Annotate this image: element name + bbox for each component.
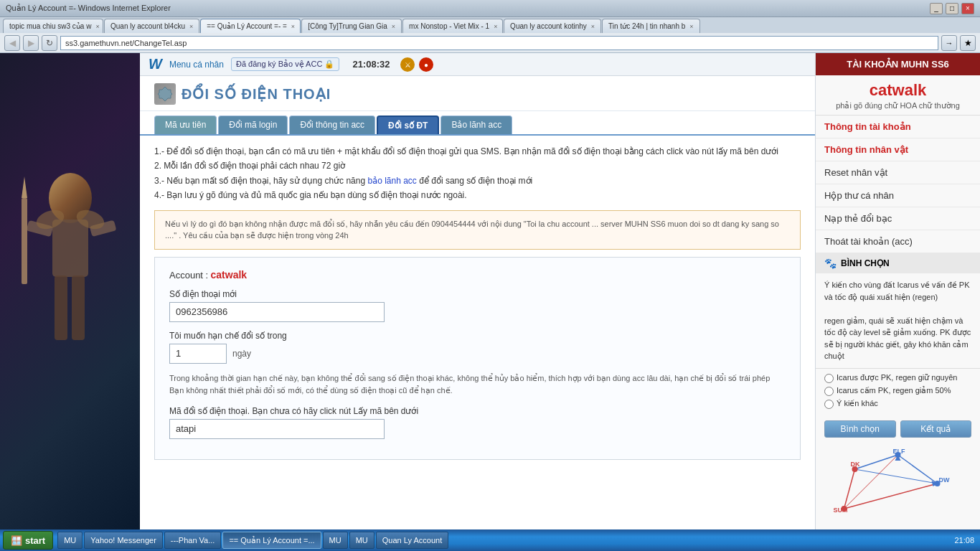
header-icons: ⚔ ●	[400, 57, 434, 72]
taskbar-item-3[interactable]: ---Phan Va...	[164, 532, 222, 549]
instruction-line-3-post: để đổi sang số điện thoại mới	[417, 176, 532, 186]
close-button[interactable]: ×	[961, 3, 974, 14]
tab-ma-uu-tien[interactable]: Mã ưu tiên	[154, 116, 217, 134]
binh-chon-header: 🐾 BÌNH CHỌN	[816, 253, 980, 273]
notice-box: Nếu vì lý do gì đó bạn không nhận được m…	[154, 210, 801, 250]
ma-doi-input[interactable]	[169, 419, 385, 439]
tab-bao-lanh-acc[interactable]: Bảo lãnh acc	[440, 116, 512, 134]
taskbar-item-1[interactable]: MU	[57, 532, 83, 549]
character-svg	[13, 141, 128, 442]
tab-4-close[interactable]: ×	[392, 23, 395, 30]
tab-7[interactable]: Tin tức 24h | tin nhanh b ×	[602, 19, 699, 33]
refresh-button[interactable]: ↻	[42, 35, 57, 51]
tab-6-close[interactable]: ×	[591, 23, 595, 30]
go-button[interactable]: →	[941, 35, 957, 51]
tab-doi-ma-login[interactable]: Đổi mã login	[218, 116, 288, 134]
sidebar-thong-tin-tk[interactable]: Thông tin tài khoản	[816, 116, 980, 138]
tab-2-close[interactable]: ×	[189, 23, 193, 30]
chart-area: DK ELF DW SUM	[816, 442, 980, 528]
svg-rect-2	[55, 276, 67, 340]
bao-lanh-link[interactable]: bảo lãnh acc	[367, 176, 416, 186]
maximize-button[interactable]: □	[946, 3, 958, 14]
sidebar-hop-thu[interactable]: Hộp thư cá nhân	[816, 184, 980, 207]
menu-ca-nhan-link[interactable]: Menu cá nhân	[169, 60, 224, 70]
vote-button[interactable]: Bình chọn	[824, 420, 896, 438]
limit-input[interactable]	[169, 344, 227, 364]
taskbar-item-5[interactable]: MU	[323, 532, 348, 549]
tab-6[interactable]: Quan ly account kotinhy ×	[504, 19, 601, 33]
tab-7-close[interactable]: ×	[689, 23, 693, 30]
instructions-section: 1.- Để đổi số điện thoại, bạn cần có mã …	[140, 136, 815, 476]
main-content-area: W Menu cá nhân Đã đăng ký Bảo vệ ACC 🔒 2…	[140, 53, 815, 529]
taskbar-items: MU Yahoo! Messenger ---Phan Va... == Quả…	[57, 532, 946, 549]
radio-input-1[interactable]	[824, 374, 834, 383]
binh-chon-icon: 🐾	[824, 258, 837, 269]
phone-input[interactable]	[169, 302, 385, 322]
tab-1-label: topic mua chiu sw3 của w	[9, 22, 91, 30]
radio-option-2: Icarus cấm PK, regen giảm 50%	[824, 386, 971, 396]
game-figure	[0, 53, 140, 529]
tab-4[interactable]: [Công Ty]Trung Gian Gia ×	[301, 19, 402, 33]
binh-chon-buttons: Bình chọn Kết quả	[816, 416, 980, 442]
sidebar-reset-nv[interactable]: Reset nhân vật	[816, 161, 980, 184]
tab-doi-so-dt[interactable]: Đổi số ĐT	[377, 116, 439, 134]
taskbar-item-6[interactable]: MU	[349, 532, 374, 549]
svg-text:⚔: ⚔	[405, 61, 411, 69]
start-button[interactable]: 🪟 start	[3, 531, 53, 550]
instruction-line-3-pre: 3.- Nếu bạn mất số điện thoại, hãy sử dụ…	[154, 176, 367, 186]
instruction-line-1: 1.- Để đổi số điện thoại, bạn cần có mã …	[154, 146, 778, 156]
svg-rect-6	[22, 198, 27, 284]
back-button[interactable]: ◀	[4, 35, 20, 51]
tab-3-close[interactable]: ×	[291, 23, 295, 30]
svg-line-14	[855, 455, 898, 469]
tab-doi-thong-tin[interactable]: Đổi thông tin acc	[289, 116, 375, 134]
taskbar-item-4[interactable]: == Quản Lý Account =...	[222, 532, 321, 549]
favorites-button[interactable]: ★	[960, 35, 976, 51]
ma-doi-label: Mã đổi số điện thoại. Bạn chưa có hãy cl…	[169, 406, 786, 416]
instruction-line-4: 4.- Bạn lưu ý gõ đúng và đủ mã quốc gia …	[154, 190, 467, 200]
account-value: catwalk	[211, 269, 248, 281]
account-row: Account : catwalk	[169, 269, 786, 281]
address-bar[interactable]	[60, 36, 938, 50]
start-label: start	[25, 535, 45, 546]
taskbar-item-3-label: ---Phan Va...	[171, 536, 215, 545]
game-icon-2[interactable]: ●	[418, 57, 434, 72]
tab-2[interactable]: Quan ly account bl4cku ×	[104, 19, 199, 33]
svg-text:SUM: SUM	[834, 507, 848, 514]
limit-input-row: ngày	[169, 344, 786, 364]
binh-chon-label: BÌNH CHỌN	[841, 258, 890, 268]
account-label: Account :	[169, 270, 208, 281]
sidebar-nap-the[interactable]: Nạp thẻ đổi bạc	[816, 207, 980, 230]
sidebar-note: phải gõ đúng chữ HOA chữ thường	[816, 101, 980, 116]
forward-button[interactable]: ▶	[23, 35, 39, 51]
sidebar-thoat[interactable]: Thoát tài khoản (acc)	[816, 230, 980, 253]
taskbar-item-2[interactable]: Yahoo! Messenger	[84, 532, 163, 549]
taskbar-item-7[interactable]: Quan Ly Account	[376, 532, 448, 549]
sidebar-thong-tin-nv[interactable]: Thông tin nhân vật	[816, 138, 980, 161]
binh-chon-question: Ý kiến cho vùng đất Icarus về vấn đề PK …	[816, 273, 980, 369]
radio-option-1: Icarus được PK, regen giữ nguyên	[824, 373, 971, 383]
taskbar-item-1-label: MU	[64, 536, 76, 545]
tab-7-label: Tin tức 24h | tin nhanh b	[608, 22, 685, 30]
taskbar-item-5-label: MU	[329, 536, 341, 545]
svg-line-15	[898, 455, 938, 484]
radio-input-2[interactable]	[824, 387, 834, 396]
svg-text:DW: DW	[939, 476, 950, 484]
bao-ve-acc-badge[interactable]: Đã đăng ký Bảo vệ ACC 🔒	[231, 57, 339, 71]
limit-label: Tôi muốn hạn chế đổi số trong	[169, 331, 786, 341]
tab-3[interactable]: == Quản Lý Account =- = ×	[200, 19, 301, 33]
radio-input-3[interactable]	[824, 400, 834, 409]
taskbar-item-6-label: MU	[356, 536, 368, 545]
result-button[interactable]: Kết quả	[900, 420, 972, 438]
browser-tabs: topic mua chiu sw3 của w × Quan ly accou…	[0, 17, 980, 33]
tab-2-label: Quan ly account bl4cku	[110, 22, 185, 30]
game-icon-1[interactable]: ⚔	[400, 57, 415, 72]
tab-5-close[interactable]: ×	[494, 23, 497, 30]
tab-1[interactable]: topic mua chiu sw3 của w ×	[3, 19, 103, 33]
tab-6-label: Quan ly account kotinhy	[510, 22, 587, 30]
radio-option-3: Ý kiến khác	[824, 399, 971, 409]
tab-1-close[interactable]: ×	[95, 23, 99, 30]
tab-5[interactable]: mx Nonstop - Viet Mix - 1 ×	[402, 19, 503, 33]
minimize-button[interactable]: _	[930, 3, 943, 14]
limit-row: Tôi muốn hạn chế đổi số trong ngày	[169, 331, 786, 364]
